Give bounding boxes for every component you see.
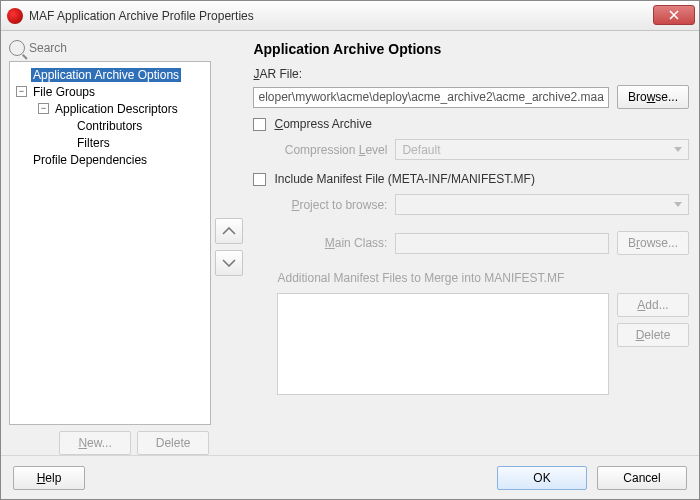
compress-label: Compress Archive: [274, 117, 371, 131]
titlebar: MAF Application Archive Profile Properti…: [1, 1, 699, 31]
chevron-down-icon: [674, 147, 682, 152]
tree-button-row: New... Delete: [9, 425, 211, 455]
add-manifest-button: Add...: [617, 293, 689, 317]
main-class-field: [395, 233, 609, 254]
search-icon: [9, 40, 25, 56]
tree-label: Filters: [75, 136, 112, 150]
cancel-button[interactable]: Cancel: [597, 466, 687, 490]
dialog-body: Application Archive Options − File Group…: [1, 31, 699, 455]
tree-label: Application Descriptors: [53, 102, 180, 116]
additional-manifest-label: Additional Manifest Files to Merge into …: [277, 271, 689, 285]
left-panel: Application Archive Options − File Group…: [9, 39, 211, 455]
compress-checkbox[interactable]: [253, 118, 266, 131]
close-button[interactable]: [653, 5, 695, 25]
dialog-footer: Help OK Cancel: [1, 455, 699, 499]
tree-item-archive-options[interactable]: Application Archive Options: [12, 66, 208, 83]
app-logo-icon: [7, 8, 23, 24]
include-manifest-label: Include Manifest File (META-INF/MANIFEST…: [274, 172, 534, 186]
compression-level-select: Default: [395, 139, 689, 160]
nav-tree[interactable]: Application Archive Options − File Group…: [9, 61, 211, 425]
tree-item-profile-dependencies[interactable]: Profile Dependencies: [12, 151, 208, 168]
tree-label: Contributors: [75, 119, 144, 133]
delete-manifest-button: Delete: [617, 323, 689, 347]
new-button[interactable]: New...: [59, 431, 131, 455]
window-title: MAF Application Archive Profile Properti…: [29, 9, 254, 23]
reorder-buttons: [215, 39, 243, 455]
content-panel: Application Archive Options JAR File: el…: [247, 39, 691, 455]
help-button[interactable]: Help: [13, 466, 85, 490]
move-down-button[interactable]: [215, 250, 243, 276]
ok-button[interactable]: OK: [497, 466, 587, 490]
tree-label: File Groups: [31, 85, 97, 99]
include-manifest-checkbox[interactable]: [253, 173, 266, 186]
jar-file-label: JAR File:: [253, 67, 689, 81]
project-browse-select: [395, 194, 689, 215]
search-input[interactable]: [29, 39, 211, 57]
jar-file-field[interactable]: eloper\mywork\acme\deploy\acme_archive2\…: [253, 87, 609, 108]
collapse-icon[interactable]: −: [38, 103, 49, 114]
tree-label: Application Archive Options: [31, 68, 181, 82]
tree-item-app-descriptors[interactable]: − Application Descriptors: [12, 100, 208, 117]
panel-heading: Application Archive Options: [253, 41, 689, 57]
main-class-label: Main Class:: [277, 236, 387, 250]
move-up-button[interactable]: [215, 218, 243, 244]
browse-jar-button[interactable]: Browse...: [617, 85, 689, 109]
tree-item-file-groups[interactable]: − File Groups: [12, 83, 208, 100]
additional-manifest-list: [277, 293, 609, 395]
select-value: Default: [402, 143, 440, 157]
chevron-down-icon: [222, 259, 236, 267]
dialog-window: MAF Application Archive Profile Properti…: [0, 0, 700, 500]
delete-button[interactable]: Delete: [137, 431, 209, 455]
tree-item-contributors[interactable]: Contributors: [12, 117, 208, 134]
browse-mainclass-button: Browse...: [617, 231, 689, 255]
collapse-icon[interactable]: −: [16, 86, 27, 97]
search-box: [9, 39, 211, 57]
tree-label: Profile Dependencies: [31, 153, 149, 167]
chevron-up-icon: [222, 227, 236, 235]
project-browse-label: Project to browse:: [277, 198, 387, 212]
compression-level-label: Compression Level: [277, 143, 387, 157]
tree-item-filters[interactable]: Filters: [12, 134, 208, 151]
close-icon: [668, 10, 680, 20]
chevron-down-icon: [674, 202, 682, 207]
